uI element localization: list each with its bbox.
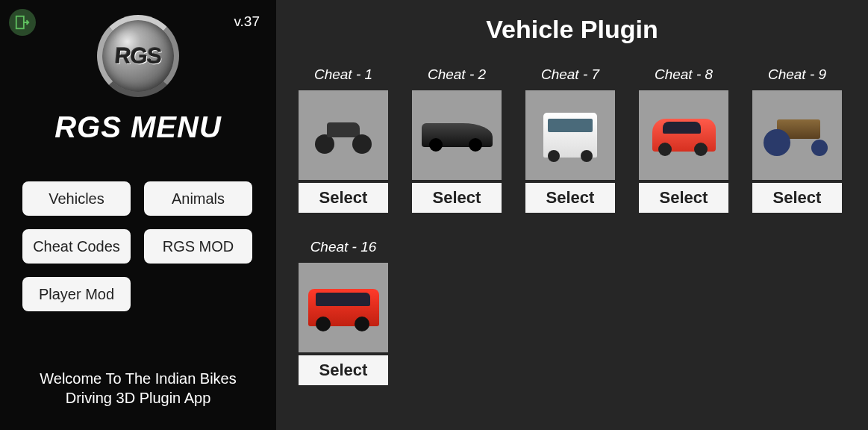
vehicle-card: Cheat - 16 Select bbox=[299, 239, 388, 385]
cheat-label: Cheat - 16 bbox=[310, 239, 377, 255]
hatchback-icon bbox=[652, 119, 716, 152]
vehicle-thumbnail[interactable] bbox=[299, 90, 388, 180]
welcome-text: Welcome To The Indian Bikes Driving 3D P… bbox=[0, 369, 276, 408]
logo: RGS bbox=[7, 15, 269, 97]
select-button[interactable]: Select bbox=[639, 183, 728, 213]
select-button[interactable]: Select bbox=[412, 183, 502, 213]
vehicle-grid: Cheat - 1 Select Cheat - 2 Select Cheat … bbox=[299, 66, 846, 385]
vehicle-thumbnail[interactable] bbox=[639, 90, 728, 180]
exit-button[interactable] bbox=[9, 9, 36, 36]
player-mod-button[interactable]: Player Mod bbox=[22, 277, 131, 311]
motorcycle-icon bbox=[313, 116, 373, 154]
select-button[interactable]: Select bbox=[525, 183, 615, 213]
tractor-icon bbox=[764, 115, 831, 156]
select-button[interactable]: Select bbox=[299, 183, 388, 213]
cheat-label: Cheat - 7 bbox=[541, 66, 599, 83]
van-icon bbox=[543, 113, 597, 158]
vehicle-card: Cheat - 9 Select bbox=[752, 66, 842, 213]
menu-title: RGS MENU bbox=[7, 110, 269, 144]
cheat-codes-button[interactable]: Cheat Codes bbox=[22, 229, 131, 264]
vehicle-thumbnail[interactable] bbox=[412, 90, 502, 180]
select-button[interactable]: Select bbox=[299, 355, 388, 385]
menu-buttons: Vehicles Animals Cheat Codes RGS MOD Pla… bbox=[7, 181, 269, 311]
cheat-label: Cheat - 8 bbox=[655, 66, 713, 83]
version-label: v.37 bbox=[234, 13, 260, 30]
logo-text: RGS bbox=[113, 43, 162, 69]
vehicle-card: Cheat - 7 Select bbox=[525, 66, 615, 213]
rgs-mod-button[interactable]: RGS MOD bbox=[144, 229, 252, 264]
vehicle-thumbnail[interactable] bbox=[752, 90, 842, 180]
cheat-label: Cheat - 2 bbox=[428, 66, 486, 83]
animals-button[interactable]: Animals bbox=[144, 181, 252, 216]
vehicle-thumbnail[interactable] bbox=[299, 263, 388, 352]
vehicle-card: Cheat - 1 Select bbox=[299, 66, 388, 213]
main-panel: Vehicle Plugin Cheat - 1 Select Cheat - … bbox=[276, 0, 868, 430]
exit-icon bbox=[14, 14, 31, 31]
vehicle-thumbnail[interactable] bbox=[525, 90, 615, 180]
vehicle-card: Cheat - 2 Select bbox=[412, 66, 502, 213]
logo-circle: RGS bbox=[97, 15, 179, 97]
cheat-label: Cheat - 9 bbox=[768, 66, 826, 83]
svg-rect-0 bbox=[16, 16, 24, 29]
vehicle-card: Cheat - 8 Select bbox=[639, 66, 728, 213]
page-title: Vehicle Plugin bbox=[299, 15, 846, 44]
sidebar: v.37 RGS RGS MENU Vehicles Animals Cheat… bbox=[0, 0, 276, 430]
select-button[interactable]: Select bbox=[752, 183, 842, 213]
vehicles-button[interactable]: Vehicles bbox=[22, 181, 131, 216]
suv-icon bbox=[308, 289, 379, 326]
cheat-label: Cheat - 1 bbox=[314, 66, 372, 83]
sports-car-icon bbox=[422, 123, 493, 147]
